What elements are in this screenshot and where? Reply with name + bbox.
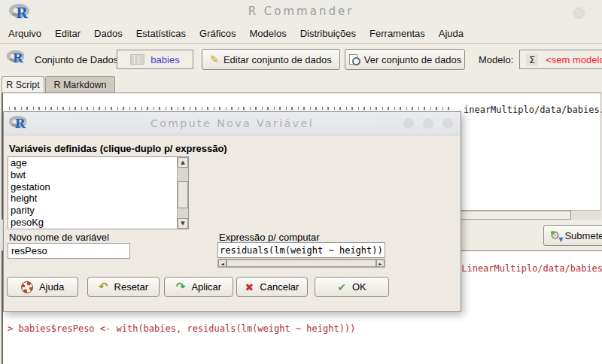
undo-arrow-icon: ↶ <box>99 281 108 293</box>
scroll-up-icon[interactable]: ▲ <box>178 157 188 168</box>
scrollbar-thumb[interactable] <box>227 259 376 267</box>
menu-modelos[interactable]: Modelos <box>243 28 293 39</box>
toolbar: R Conjunto de Dados: babies ✎ Editar con… <box>0 44 602 74</box>
list-item[interactable]: gestation <box>8 181 188 193</box>
submit-label: Submeter <box>564 230 602 241</box>
submit-button[interactable]: ⚙ Submeter <box>543 225 602 246</box>
new-variable-name-label: Novo nome de variável <box>9 232 109 243</box>
magnifier-icon <box>348 54 360 65</box>
tab-r-script[interactable]: R Script <box>2 76 44 93</box>
dialog-title: Compute Nova Variável <box>4 117 461 129</box>
model-label: Modelo: <box>479 54 513 65</box>
expression-label: Expressão p/ computar <box>219 232 320 243</box>
apply-button[interactable]: ↷ Aplicar <box>164 277 233 297</box>
list-item[interactable]: parity <box>8 205 188 217</box>
output-command-line: > babies$resPeso <- with(babies, residua… <box>8 323 355 334</box>
dataset-name: babies <box>150 54 179 65</box>
help-label: Ajuda <box>39 281 64 293</box>
expression-horizontal-scrollbar[interactable]: ◄ ► <box>217 259 385 268</box>
window-titlebar: R R Commander <box>0 0 602 24</box>
variables-list-label: Variáveis definidas (clique-duplo p/ exp… <box>9 143 227 154</box>
dialog-window-button-icon[interactable] <box>403 118 414 129</box>
gear-icon: ⚙ <box>550 230 560 241</box>
active-dataset-button[interactable]: babies <box>117 50 193 69</box>
partially-hidden-script-line <box>9 107 455 110</box>
dataset-label: Conjunto de Dados: <box>35 54 121 65</box>
menu-ferramentas[interactable]: Ferramentas <box>363 28 432 39</box>
cancel-x-icon: ✖ <box>245 282 254 293</box>
ok-label: OK <box>352 281 366 293</box>
list-item[interactable]: height <box>8 193 188 205</box>
tab-r-markdown[interactable]: R Markdown <box>45 76 115 93</box>
edit-dataset-label: Editar conjunto de dados <box>223 54 332 65</box>
edit-dataset-button[interactable]: ✎ Editar conjunto de dados <box>202 49 340 70</box>
r-logo-icon: R <box>6 49 26 66</box>
tabbar: R Script R Markdown <box>0 74 602 93</box>
menu-estatisticas[interactable]: Estatísticas <box>129 28 193 39</box>
help-button[interactable]: Ajuda <box>7 277 78 297</box>
view-dataset-button[interactable]: Ver conjunto de dados <box>345 49 465 70</box>
cancel-label: Cancelar <box>260 281 299 293</box>
expression-input[interactable] <box>217 242 385 258</box>
redo-arrow-icon: ↷ <box>176 281 186 293</box>
dialog-window-button-icon[interactable] <box>423 118 433 129</box>
list-vertical-scrollbar[interactable]: ▲ ▼ <box>177 157 188 229</box>
model-name: <sem modelo <box>546 54 602 65</box>
variables-listbox[interactable]: age bwt gestation height parity pesoKg ▲… <box>8 156 189 229</box>
menu-editar[interactable]: Editar <box>48 28 87 39</box>
window-button-icon[interactable] <box>573 8 585 19</box>
list-item[interactable]: pesoKg <box>8 217 188 229</box>
table-icon <box>130 54 144 65</box>
menu-arquivo[interactable]: Arquivo <box>2 28 48 39</box>
new-variable-name-input[interactable] <box>8 243 130 259</box>
reset-button[interactable]: ↶ Resetar <box>87 277 160 297</box>
scrollbar-thumb[interactable] <box>178 181 188 208</box>
list-item[interactable]: age <box>8 157 188 169</box>
ok-button[interactable]: ✔ OK <box>315 277 389 297</box>
menu-dados[interactable]: Dados <box>87 28 129 39</box>
check-icon: ✔ <box>337 282 346 293</box>
scroll-right-icon[interactable]: ► <box>376 259 385 267</box>
menubar: Arquivo Editar Dados Estatísticas Gráfic… <box>0 24 602 44</box>
pencil-icon: ✎ <box>210 54 219 65</box>
scroll-down-icon[interactable]: ▼ <box>178 218 188 229</box>
scroll-left-icon[interactable]: ◄ <box>218 259 227 267</box>
view-dataset-label: Ver conjunto de dados <box>364 54 461 65</box>
compute-new-variable-dialog: R Compute Nova Variável Variáveis defini… <box>3 111 461 312</box>
menu-ajuda[interactable]: Ajuda <box>432 28 470 39</box>
lifebuoy-icon <box>21 281 33 293</box>
apply-label: Aplicar <box>191 281 221 293</box>
dialog-window-button-icon[interactable] <box>442 118 453 129</box>
sigma-icon: Σ <box>526 53 538 66</box>
menu-distribuicoes[interactable]: Distribuições <box>293 28 363 39</box>
active-model-button[interactable]: Σ <sem modelo <box>519 50 602 69</box>
menu-graficos[interactable]: Gráficos <box>193 28 242 39</box>
reset-label: Resetar <box>114 281 149 293</box>
output-command-fragment: aLinearMultiplo/data/babies <box>456 263 602 274</box>
list-item[interactable]: bwt <box>8 169 188 181</box>
dialog-titlebar[interactable]: R Compute Nova Variável <box>4 112 461 135</box>
script-line-fragment: inearMultiplo/data/babies.c <box>464 105 602 115</box>
cancel-button[interactable]: ✖ Cancelar <box>236 277 308 297</box>
window-title: R Commander <box>0 5 602 18</box>
